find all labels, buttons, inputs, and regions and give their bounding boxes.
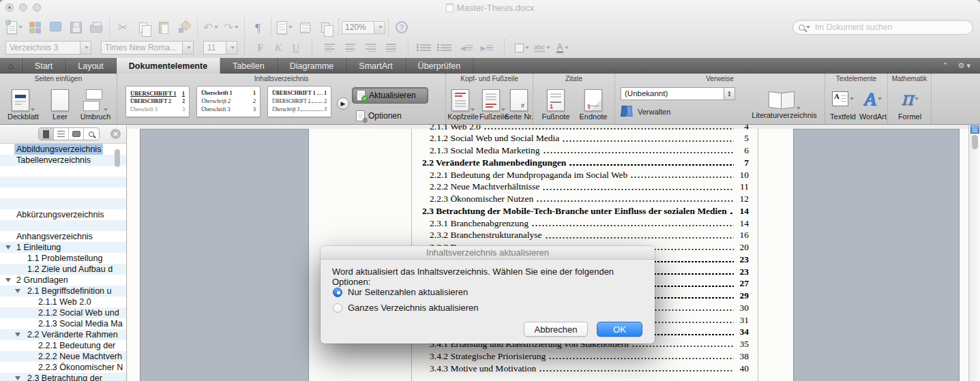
document-map-view-button[interactable] [54, 128, 69, 140]
kopfzeile-button[interactable]: Kopfzeile [447, 87, 479, 121]
sidebar-item[interactable] [0, 177, 126, 187]
cancel-button[interactable]: Abbrechen [524, 322, 588, 337]
italic-button[interactable]: K [269, 42, 287, 54]
ribbon-tab[interactable]: Start [23, 58, 65, 74]
dialog-radio-option[interactable]: Nur Seitenzahlen aktualisieren [333, 287, 468, 297]
radio-button-icon[interactable] [333, 303, 342, 313]
close-sidebar-button[interactable]: ✕ [110, 129, 121, 139]
sidebar-item[interactable] [0, 220, 126, 231]
scrollbar-thumb[interactable] [972, 135, 978, 149]
umbruch-button[interactable]: Umbruch [76, 87, 115, 121]
ribbon-tab[interactable]: Layout [65, 58, 117, 74]
underline-button[interactable]: U [287, 42, 305, 54]
style-combo[interactable]: Verzeichnis 3 [5, 41, 91, 55]
sidebar-item[interactable] [0, 198, 126, 209]
verwalten-button[interactable]: Verwalten [621, 106, 702, 117]
aktualisieren-button[interactable]: ✓ Aktualisieren [352, 87, 428, 104]
toc-style-card[interactable]: Überschrift 11 Überschrift 22 Überschrif… [196, 86, 261, 117]
wordart-button[interactable]: A WordArt [858, 87, 888, 121]
sidebar-item[interactable]: 2.2.3 Ökonomischer N [0, 362, 126, 373]
toc-gallery-expander-button[interactable]: ▶ [337, 97, 349, 110]
ribbon-tab[interactable]: Diagramme [278, 58, 347, 74]
align-right-button[interactable] [360, 39, 381, 57]
save-button[interactable] [65, 18, 86, 36]
sidebar-item[interactable]: 1 Einleitung [0, 242, 126, 253]
zoom-dropdown-button[interactable] [374, 21, 385, 34]
sidebar-item[interactable]: 1.2 Ziele und Aufbau d [0, 264, 126, 275]
search-view-button[interactable] [84, 128, 99, 140]
zoom-input[interactable] [342, 21, 374, 34]
sidebar-item[interactable]: 2.1.1 Web 2.0 [0, 296, 126, 307]
fussnote-button[interactable]: 1 Fußnote [539, 87, 573, 121]
align-center-button[interactable] [340, 39, 360, 57]
ribbon-tab[interactable]: Überprüfen [406, 58, 474, 74]
print-button[interactable] [86, 18, 106, 36]
bullet-list-button[interactable] [436, 39, 456, 57]
font-size-combo[interactable]: 11 [203, 41, 237, 55]
sidebar-item[interactable]: Tabellenverzeichnis [0, 155, 126, 166]
help-button[interactable]: ? [391, 18, 412, 36]
sidebar-item[interactable]: 2.2.2 Neue Machtverh [0, 351, 126, 362]
ribbon-tab[interactable]: Tabellen [220, 58, 278, 74]
dialog-radio-option[interactable]: Ganzes Verzeichnis aktualisieren [333, 303, 479, 313]
open-button[interactable] [45, 18, 65, 36]
new-document-button[interactable]: + [4, 18, 25, 36]
disclosure-triangle-icon[interactable] [15, 333, 20, 337]
gallery-button[interactable] [25, 18, 45, 36]
highlight-button[interactable]: abc [532, 39, 552, 57]
radio-button-icon[interactable] [333, 288, 342, 297]
style-dropdown-button[interactable] [80, 41, 91, 55]
sidebar-item[interactable] [0, 187, 126, 198]
layout-view-button[interactable] [274, 18, 295, 36]
sidebar-item[interactable]: Anhangsverzeichnis [0, 231, 126, 242]
sidebar-item[interactable]: 2.1.3 Social Media Ma [0, 318, 126, 329]
sidebar-item[interactable]: 2.1 Begriffsdefinition u [0, 286, 126, 296]
ok-button[interactable]: OK [597, 322, 642, 337]
optionen-button[interactable]: ⚙ Optionen [352, 108, 428, 124]
collapse-ribbon-icon[interactable]: ⌃ [942, 61, 948, 70]
search-input[interactable] [815, 22, 951, 32]
disclosure-triangle-icon[interactable] [5, 245, 11, 249]
format-painter-button[interactable] [174, 18, 194, 36]
font-color-button[interactable]: A [552, 39, 573, 57]
copy-button[interactable] [133, 18, 153, 36]
deckblatt-button[interactable]: Deckblatt [5, 87, 41, 121]
sidebar-scrollbar-thumb[interactable] [115, 149, 120, 167]
sidebar-item[interactable]: 2.2.1 Bedeutung der [0, 340, 126, 351]
disclosure-triangle-icon[interactable] [5, 278, 11, 282]
home-tab[interactable]: ⌂ [0, 58, 23, 74]
sidebar-item[interactable]: 2.3 Betrachtung der [0, 373, 126, 381]
sidebar-item[interactable] [0, 166, 126, 177]
sidebar-item[interactable]: Abbildungsverzeichnis [0, 144, 126, 155]
formel-button[interactable]: π Formel [892, 87, 927, 121]
endnote-button[interactable]: 1 Endnote [576, 87, 611, 121]
split-view-handle[interactable] [970, 125, 979, 134]
citation-style-stepper[interactable]: ▲▼ [724, 87, 735, 100]
review-view-button[interactable] [69, 128, 84, 140]
thumbnails-view-button[interactable] [39, 128, 54, 140]
font-size-dropdown-button[interactable] [226, 41, 237, 55]
sidebar-item[interactable]: Abkürzungsverzeichnis [0, 209, 126, 220]
vertical-scrollbar[interactable] [968, 125, 980, 381]
seitennummer-button[interactable]: # Seite Nr. [505, 87, 533, 121]
table-button[interactable] [295, 18, 315, 36]
decrease-indent-button[interactable]: ◀ [456, 39, 477, 57]
sidebar-item[interactable]: 2.2 Veränderte Rahmen [0, 329, 126, 340]
disclosure-triangle-icon[interactable] [15, 289, 20, 293]
bold-button[interactable]: F [252, 42, 269, 54]
increase-indent-button[interactable]: ▶ [477, 39, 497, 57]
toc-style-card[interactable]: Überschrift 11 Überschrift 22 Überschrif… [267, 86, 331, 117]
font-dropdown-button[interactable] [183, 41, 194, 55]
align-justify-button[interactable] [381, 39, 401, 57]
leere-seite-button[interactable]: Leer [45, 87, 75, 121]
show-formatting-button[interactable]: ¶ [248, 18, 268, 36]
cut-button[interactable]: ✂ [113, 18, 133, 36]
search-scope-caret[interactable] [806, 26, 810, 29]
toc-style-card[interactable]: Überschrift 11 Überschrift 22 Überschrif… [125, 86, 190, 117]
literaturverzeichnis-button[interactable]: Literaturverzeichnis [745, 85, 824, 119]
disclosure-triangle-icon[interactable] [15, 376, 20, 380]
align-left-button[interactable] [319, 39, 340, 57]
media-browser-button[interactable] [315, 18, 336, 36]
font-combo[interactable]: Times New Roma... [101, 41, 194, 55]
sidebar-item[interactable]: 2.1.2 Social Web und [0, 307, 126, 318]
